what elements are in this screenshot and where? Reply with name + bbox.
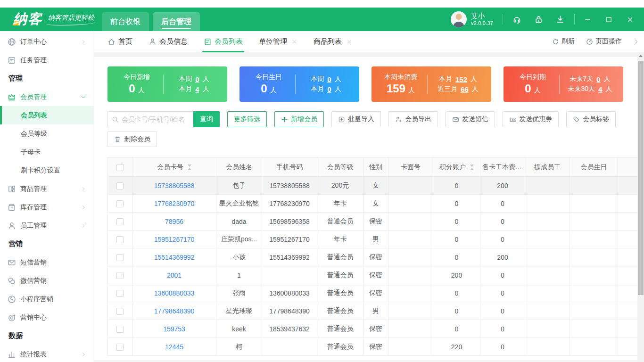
sidebar-item[interactable]: 营销中心: [0, 308, 94, 327]
member-export-button[interactable]: 会员导出: [388, 111, 438, 127]
sidebar-item[interactable]: 订单中心: [0, 33, 94, 51]
table-row[interactable]: 15951267170 庄荣凯pos... 15951267170 年卡 男 0…: [108, 230, 638, 248]
sidebar-item[interactable]: 营销: [0, 235, 94, 253]
sidebar-item[interactable]: 微信营销: [0, 272, 94, 290]
scroll-up-arrow-icon[interactable]: [637, 52, 644, 59]
row-checkbox[interactable]: [116, 290, 124, 297]
sidebar-item[interactable]: 会员等级: [0, 124, 94, 143]
member-card-no-link[interactable]: 13600880033: [132, 284, 216, 302]
add-member-button[interactable]: 新增会员: [274, 111, 324, 127]
table-row[interactable]: 2001 1 普通会员 保密 200 0: [108, 266, 638, 284]
sidebar-item[interactable]: 数据: [0, 327, 94, 345]
page-tab[interactable]: 会员信息: [149, 31, 188, 52]
row-checkbox[interactable]: [116, 326, 124, 333]
batch-import-button[interactable]: 批量导入: [331, 111, 381, 127]
select-all-checkbox[interactable]: [116, 164, 124, 171]
more-filter-button[interactable]: 更多筛选: [227, 111, 267, 127]
max-icon[interactable]: [605, 16, 612, 23]
table-row[interactable]: 12445 柯 普通会员 保密 220 0: [108, 338, 638, 356]
page-tab[interactable]: 商品列表: [314, 31, 352, 52]
detail-value-link[interactable]: 152: [455, 75, 467, 83]
sidebar-item-label: 订单中心: [20, 38, 47, 46]
row-checkbox[interactable]: [116, 218, 124, 225]
query-button[interactable]: 查询: [193, 111, 220, 127]
table-row[interactable]: 159753 keek 18539437632 普通会员 保密 0 0: [108, 320, 638, 338]
sidebar-item[interactable]: 库存管理: [0, 198, 94, 216]
sidebar-item[interactable]: 管理: [0, 69, 94, 88]
close-icon[interactable]: [627, 16, 634, 23]
row-checkbox[interactable]: [116, 236, 124, 243]
mode-tab[interactable]: 前台收银: [102, 12, 149, 31]
sidebar-item[interactable]: 子母卡: [0, 143, 94, 161]
mode-tab[interactable]: 后台管理: [153, 12, 200, 31]
member-gender-cell: 保密: [363, 338, 388, 356]
row-checkbox[interactable]: [116, 200, 124, 207]
sort-control[interactable]: [188, 165, 191, 170]
tab-close-icon[interactable]: [291, 39, 297, 45]
table-row[interactable]: 15514369992 小孩 15514369992 普通会员 保密 0 200: [108, 248, 638, 266]
member-card-no-link[interactable]: 159753: [132, 320, 216, 338]
detail-value-link[interactable]: 0: [195, 75, 199, 83]
send-coupon-button[interactable]: 发送优惠券: [503, 111, 559, 127]
table-row[interactable]: 15738805588 包子 15738805588 200元 女 0 200: [108, 177, 638, 195]
detail-value-link[interactable]: 0: [596, 75, 600, 83]
row-checkbox[interactable]: [116, 308, 124, 315]
table-row[interactable]: 78956 dada 15698596358 普通会员 保密 0 0: [108, 213, 638, 230]
table-row[interactable]: 17798648390 星光璀璨 17798648390 普通会员 男 0 0: [108, 302, 638, 320]
sidebar-item[interactable]: 会员列表: [0, 106, 94, 124]
card-fee-cell: 0: [480, 230, 525, 248]
send-sms-button[interactable]: 发送短信: [446, 111, 495, 127]
chev-right-icon[interactable]: [633, 39, 639, 45]
sidebar-item[interactable]: 会员管理: [0, 88, 94, 106]
member-card-no-link[interactable]: 12445: [132, 338, 216, 356]
search-input[interactable]: [122, 115, 190, 123]
member-card-no-link[interactable]: 2001: [132, 266, 216, 284]
sidebar-item[interactable]: 商品管理: [0, 180, 94, 198]
page-tab[interactable]: 首页: [107, 31, 132, 52]
detail-value-link[interactable]: 0: [327, 75, 331, 83]
member-card-no-link[interactable]: 17798648390: [132, 302, 216, 320]
stat-card-value: 0人: [242, 82, 295, 95]
sidebar-item[interactable]: 短信营销: [0, 253, 94, 272]
detail-value-link[interactable]: 0: [327, 85, 331, 93]
member-tag-button[interactable]: 会员标签: [566, 111, 616, 127]
avatar[interactable]: [451, 11, 467, 27]
headset-icon[interactable]: [512, 15, 521, 24]
download-icon[interactable]: [556, 15, 565, 24]
page-operations-button[interactable]: 页面操作: [586, 37, 622, 46]
sidebar-item[interactable]: 刷卡积分设置: [0, 161, 94, 180]
member-card-no-link[interactable]: 78956: [132, 213, 216, 230]
member-phone-cell: 13600880033: [262, 284, 317, 302]
detail-value-link[interactable]: 66: [461, 85, 469, 93]
table-row[interactable]: 13600880033 张雨 13600880033 普通会员 保密 0 0: [108, 284, 638, 302]
vertical-scrollbar[interactable]: [637, 52, 644, 362]
min-icon[interactable]: [584, 16, 591, 23]
member-card-no-link[interactable]: 17768230970: [132, 195, 216, 213]
sidebar-item[interactable]: 统计报表: [0, 345, 94, 362]
sort-control[interactable]: [470, 165, 474, 170]
page-tab[interactable]: 单位管理: [259, 31, 297, 52]
page-tab[interactable]: 会员列表: [204, 31, 243, 52]
refresh-button[interactable]: 刷新: [552, 37, 575, 46]
detail-value-link[interactable]: 4: [195, 85, 199, 93]
scrollbar-thumb[interactable]: [638, 61, 644, 295]
row-checkbox[interactable]: [116, 344, 124, 351]
stat-cards: 今日新增 0人 本周 0: [107, 66, 623, 102]
sidebar-item[interactable]: 任务管理: [0, 51, 94, 69]
mini-icon: [8, 295, 16, 304]
member-card-no-link[interactable]: 15514369992: [132, 248, 216, 266]
table-row[interactable]: 17768230970 星火企业铭铭 17768230970 年卡 女 0 0: [108, 195, 638, 213]
row-checkbox[interactable]: [116, 254, 124, 261]
birthday-cell: [570, 338, 618, 356]
row-checkbox[interactable]: [116, 182, 124, 189]
detail-value-link[interactable]: 4: [598, 85, 602, 93]
member-card-no-link[interactable]: 15738805588: [132, 177, 216, 195]
delete-member-button[interactable]: 删除会员: [107, 131, 157, 147]
sidebar-item[interactable]: 员工管理: [0, 216, 94, 235]
lock-icon[interactable]: [534, 15, 543, 24]
filler-cell: [618, 284, 638, 302]
row-checkbox[interactable]: [116, 272, 124, 279]
tab-close-icon[interactable]: [346, 39, 352, 45]
sidebar-item[interactable]: 小程序营销: [0, 290, 94, 308]
member-card-no-link[interactable]: 15951267170: [132, 230, 216, 248]
